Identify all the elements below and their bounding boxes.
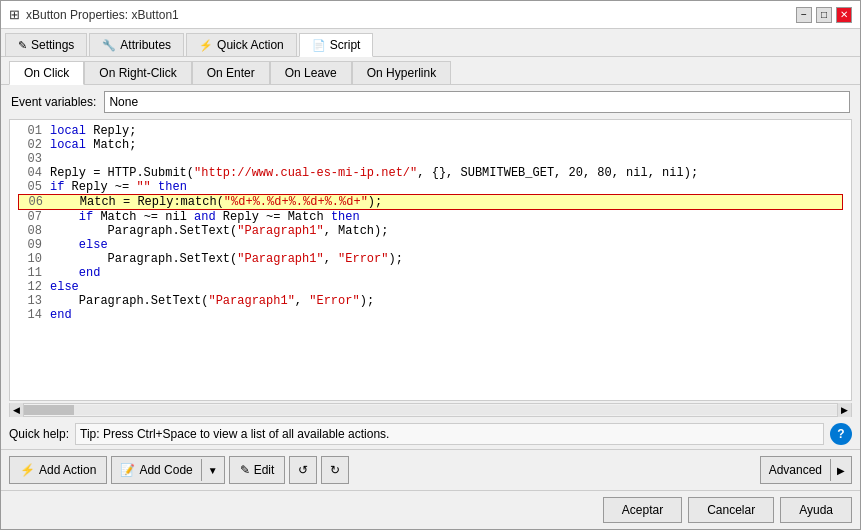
add-code-dropdown[interactable]: ▼ [202, 461, 224, 480]
tab-attributes[interactable]: 🔧 Attributes [89, 33, 184, 56]
add-code-icon: 📝 [120, 463, 135, 477]
code-line-06: 06 Match = Reply:match("%d+%.%d+%.%d+%.%… [18, 194, 843, 210]
add-action-button[interactable]: ⚡ Add Action [9, 456, 107, 484]
code-line-12: 12 else [18, 280, 843, 294]
code-line-02: 02 local Match; [18, 138, 843, 152]
tab-quick-action[interactable]: ⚡ Quick Action [186, 33, 297, 56]
scroll-right-btn[interactable]: ▶ [837, 403, 851, 417]
undo-icon: ↺ [298, 463, 308, 477]
sub-tab-on-right-click[interactable]: On Right-Click [84, 61, 191, 84]
ayuda-button[interactable]: Ayuda [780, 497, 852, 523]
settings-icon: ✎ [18, 39, 27, 52]
sub-tab-on-enter[interactable]: On Enter [192, 61, 270, 84]
code-line-04: 04 Reply = HTTP.Submit("http://www.cual-… [18, 166, 843, 180]
code-editor[interactable]: 01 local Reply; 02 local Match; 03 04 Re… [10, 120, 851, 400]
event-variables-input[interactable] [104, 91, 850, 113]
window-icon: ⊞ [9, 7, 20, 22]
code-line-05: 05 if Reply ~= "" then [18, 180, 843, 194]
minimize-button[interactable]: − [796, 7, 812, 23]
redo-button[interactable]: ↻ [321, 456, 349, 484]
add-code-button[interactable]: 📝 Add Code ▼ [111, 456, 224, 484]
main-tabs: ✎ Settings 🔧 Attributes ⚡ Quick Action 📄… [1, 29, 860, 57]
advanced-main[interactable]: Advanced [761, 459, 831, 481]
attributes-icon: 🔧 [102, 39, 116, 52]
event-variables-row: Event variables: [1, 85, 860, 119]
event-variables-label: Event variables: [11, 95, 96, 109]
tab-script[interactable]: 📄 Script [299, 33, 374, 57]
code-line-08: 08 Paragraph.SetText("Paragraph1", Match… [18, 224, 843, 238]
sub-tab-on-hyperlink[interactable]: On Hyperlink [352, 61, 451, 84]
code-line-03: 03 [18, 152, 843, 166]
quick-action-icon: ⚡ [199, 39, 213, 52]
horizontal-scrollbar[interactable]: ◀ ▶ [9, 403, 852, 417]
add-action-icon: ⚡ [20, 463, 35, 477]
cancelar-button[interactable]: Cancelar [688, 497, 774, 523]
advanced-button[interactable]: Advanced ▶ [760, 456, 852, 484]
code-line-10: 10 Paragraph.SetText("Paragraph1", "Erro… [18, 252, 843, 266]
code-wrapper: 01 local Reply; 02 local Match; 03 04 Re… [9, 119, 852, 401]
advanced-dropdown[interactable]: ▶ [831, 461, 851, 480]
sub-tabs: On Click On Right-Click On Enter On Leav… [1, 57, 860, 85]
edit-button[interactable]: ✎ Edit [229, 456, 286, 484]
quick-help-input [75, 423, 824, 445]
title-bar-controls: − □ ✕ [796, 7, 852, 23]
tab-settings[interactable]: ✎ Settings [5, 33, 87, 56]
redo-icon: ↻ [330, 463, 340, 477]
main-window: ⊞ xButton Properties: xButton1 − □ ✕ ✎ S… [0, 0, 861, 530]
title-bar-left: ⊞ xButton Properties: xButton1 [9, 7, 179, 22]
sub-tab-on-leave[interactable]: On Leave [270, 61, 352, 84]
code-line-01: 01 local Reply; [18, 124, 843, 138]
close-button[interactable]: ✕ [836, 7, 852, 23]
aceptar-button[interactable]: Aceptar [603, 497, 682, 523]
code-line-09: 09 else [18, 238, 843, 252]
scroll-left-btn[interactable]: ◀ [10, 403, 24, 417]
script-icon: 📄 [312, 39, 326, 52]
add-code-main[interactable]: 📝 Add Code [112, 459, 201, 481]
code-line-13: 13 Paragraph.SetText("Paragraph1", "Erro… [18, 294, 843, 308]
undo-button[interactable]: ↺ [289, 456, 317, 484]
code-line-07: 07 if Match ~= nil and Reply ~= Match th… [18, 210, 843, 224]
edit-icon: ✎ [240, 463, 250, 477]
code-line-11: 11 end [18, 266, 843, 280]
maximize-button[interactable]: □ [816, 7, 832, 23]
action-bar: ⚡ Add Action 📝 Add Code ▼ ✎ Edit ↺ ↻ Adv… [1, 449, 860, 490]
bottom-bar: Aceptar Cancelar Ayuda [1, 490, 860, 529]
scroll-track-h [24, 405, 837, 415]
scroll-thumb-h [24, 405, 74, 415]
quick-help-label: Quick help: [9, 427, 69, 441]
sub-tab-on-click[interactable]: On Click [9, 61, 84, 85]
code-line-14: 14 end [18, 308, 843, 322]
quick-help-row: Quick help: ? [1, 419, 860, 449]
help-button[interactable]: ? [830, 423, 852, 445]
title-bar: ⊞ xButton Properties: xButton1 − □ ✕ [1, 1, 860, 29]
window-title: xButton Properties: xButton1 [26, 8, 179, 22]
